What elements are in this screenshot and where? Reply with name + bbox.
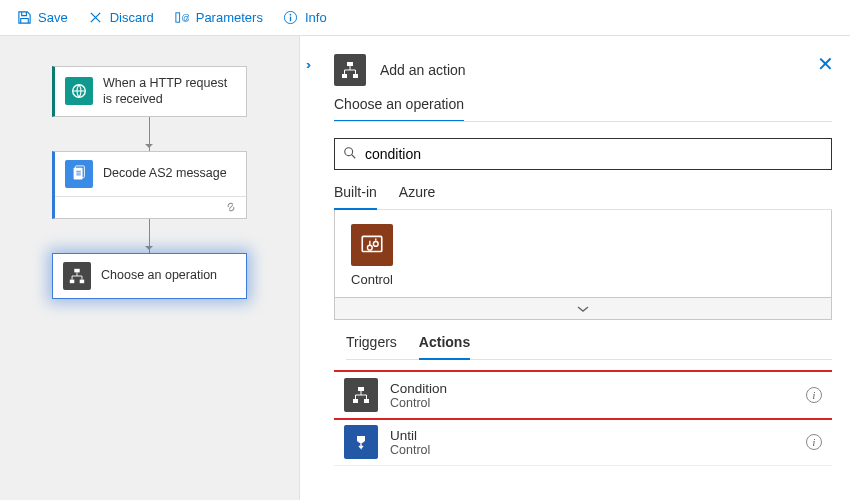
action-list: Condition Control i Until Control i [334,360,832,500]
trigger-action-tabs: Triggers Actions [346,334,832,360]
action-title: Condition [390,381,447,396]
connector-label: Control [351,272,393,287]
search-icon [343,146,357,163]
panel-subtitle: Choose an operation [334,96,464,122]
tab-azure[interactable]: Azure [399,184,436,209]
svg-point-16 [367,245,372,250]
info-icon[interactable]: i [806,434,822,450]
top-toolbar: Save Discard @ Parameters Info [0,0,850,36]
action-until[interactable]: Until Control i [334,419,832,466]
node-as2-label: Decode AS2 message [103,165,227,181]
discard-button[interactable]: Discard [80,6,162,30]
http-icon [65,77,93,105]
svg-rect-18 [358,387,364,391]
condition-icon [344,378,378,412]
svg-rect-0 [176,13,180,22]
svg-rect-19 [353,399,358,403]
action-title: Until [390,428,430,443]
designer-canvas[interactable]: When a HTTP request is received Decode A… [0,36,300,500]
expand-chevron[interactable] [334,298,832,320]
action-panel: ›› ✕ Add an action Choose an operation B… [300,36,850,500]
control-icon [351,224,393,266]
close-icon[interactable]: ✕ [817,52,834,76]
chevron-down-icon [576,304,590,314]
source-tabs: Built-in Azure [334,184,832,210]
action-subtitle: Control [390,443,430,457]
search-input-wrapper[interactable] [334,138,832,170]
connector-control[interactable]: Control [351,224,393,287]
save-button[interactable]: Save [8,6,76,30]
panel-branch-icon [334,54,366,86]
search-input[interactable] [365,146,823,162]
arrow-icon [149,117,150,151]
parameters-button[interactable]: @ Parameters [166,6,271,30]
svg-text:@: @ [182,13,190,23]
node-http-label: When a HTTP request is received [103,75,236,108]
node-decode-as2[interactable]: Decode AS2 message [52,151,247,219]
panel-title: Add an action [380,62,466,78]
node-http-trigger[interactable]: When a HTTP request is received [52,66,247,117]
document-icon [65,160,93,188]
svg-rect-10 [80,279,85,283]
action-subtitle: Control [390,396,447,410]
action-condition[interactable]: Condition Control i [334,372,832,419]
svg-rect-9 [70,279,75,283]
svg-rect-12 [342,74,347,78]
collapse-chevron-icon[interactable]: ›› [306,58,308,72]
parameters-icon: @ [174,10,190,26]
info-icon [283,10,299,26]
discard-icon [88,10,104,26]
until-icon [344,425,378,459]
tab-builtin[interactable]: Built-in [334,184,377,210]
parameters-label: Parameters [196,10,263,25]
tab-actions[interactable]: Actions [419,334,470,360]
info-button[interactable]: Info [275,6,335,30]
tab-triggers[interactable]: Triggers [346,334,397,359]
node-choose-operation[interactable]: Choose an operation [52,253,247,299]
svg-rect-20 [364,399,369,403]
arrow-icon [149,219,150,253]
connector-grid: Control [334,210,832,298]
svg-rect-8 [74,268,79,272]
save-label: Save [38,10,68,25]
node-link-icon [55,196,246,218]
svg-rect-4 [290,17,291,22]
svg-point-17 [373,242,378,247]
info-icon[interactable]: i [806,387,822,403]
node-choose-label: Choose an operation [101,267,217,283]
info-label: Info [305,10,327,25]
svg-point-3 [290,14,292,16]
discard-label: Discard [110,10,154,25]
svg-rect-11 [347,62,353,66]
save-icon [16,10,32,26]
branch-icon [63,262,91,290]
svg-point-14 [345,147,353,155]
svg-rect-13 [353,74,358,78]
